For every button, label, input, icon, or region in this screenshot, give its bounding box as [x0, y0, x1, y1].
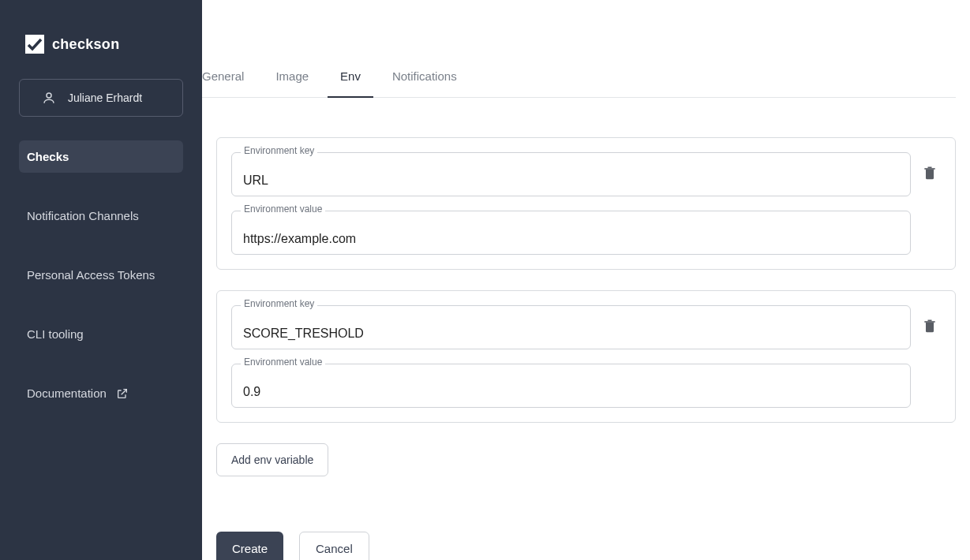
tab-image[interactable]: Image: [275, 69, 309, 97]
user-name: Juliane Erhardt: [68, 91, 142, 104]
env-key-label: Environment key: [241, 298, 317, 309]
logo-icon: [25, 35, 44, 54]
env-value-input[interactable]: [231, 211, 911, 255]
env-row: Environment key Environment value: [216, 137, 956, 270]
sidebar-item-documentation[interactable]: Documentation: [19, 377, 183, 409]
external-link-icon: [116, 387, 129, 400]
tab-bar: General Image Env Notifications: [202, 0, 956, 98]
trash-icon: [922, 165, 938, 183]
env-key-field: Environment key: [231, 152, 911, 196]
tab-notifications[interactable]: Notifications: [392, 69, 457, 97]
brand-name: checkson: [52, 36, 119, 53]
env-value-field: Environment value: [231, 364, 911, 408]
sidebar-item-cli-tooling[interactable]: CLI tooling: [19, 318, 183, 350]
sidebar-item-notification-channels[interactable]: Notification Channels: [19, 200, 183, 232]
env-key-input[interactable]: [231, 152, 911, 196]
user-menu[interactable]: Juliane Erhardt: [19, 79, 183, 117]
delete-env-row-button[interactable]: [919, 152, 941, 183]
sidebar-nav: Checks Notification Channels Personal Ac…: [0, 140, 202, 409]
sidebar-item-checks[interactable]: Checks: [19, 140, 183, 173]
env-form: Environment key Environment value Enviro…: [202, 98, 970, 560]
env-value-label: Environment value: [241, 203, 325, 215]
brand-logo: checkson: [0, 0, 202, 79]
env-key-input[interactable]: [231, 305, 911, 349]
trash-icon: [922, 318, 938, 336]
env-value-field: Environment value: [231, 211, 911, 255]
tab-general[interactable]: General: [202, 69, 244, 97]
cancel-button[interactable]: Cancel: [299, 532, 369, 560]
env-key-field: Environment key: [231, 305, 911, 349]
svg-point-0: [47, 93, 51, 98]
create-button[interactable]: Create: [216, 532, 283, 560]
env-value-input[interactable]: [231, 364, 911, 408]
sidebar-item-personal-access-tokens[interactable]: Personal Access Tokens: [19, 259, 183, 291]
sidebar: checkson Juliane Erhardt Checks Notifica…: [0, 0, 202, 560]
form-footer: Create Cancel: [216, 532, 956, 560]
tab-env[interactable]: Env: [340, 69, 361, 97]
env-value-label: Environment value: [241, 357, 325, 368]
env-row: Environment key Environment value: [216, 290, 956, 423]
env-key-label: Environment key: [241, 145, 317, 156]
delete-env-row-button[interactable]: [919, 305, 941, 336]
add-env-variable-button[interactable]: Add env variable: [216, 443, 328, 476]
person-icon: [41, 90, 57, 106]
main-content: General Image Env Notifications Environm…: [202, 0, 970, 560]
